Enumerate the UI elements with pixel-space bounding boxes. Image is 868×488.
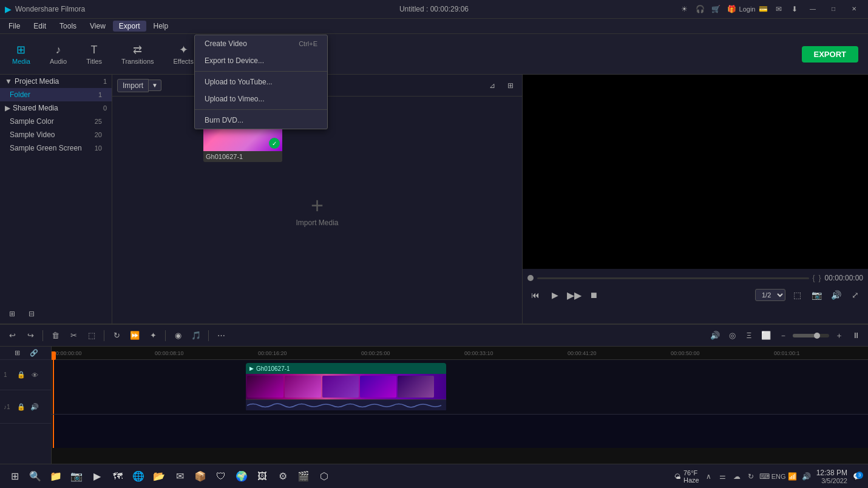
color-icon[interactable]: ◉ — [171, 328, 185, 343]
expand-icon[interactable]: ⤢ — [847, 287, 863, 303]
toolbar-transitions[interactable]: ⇄ Transitions — [114, 41, 161, 67]
rotate-icon[interactable]: ↻ — [109, 328, 124, 343]
audio-track-icon[interactable]: 🔊 — [708, 328, 722, 343]
remove-media-icon[interactable]: ⊟ — [24, 307, 39, 321]
pause-break-icon[interactable]: ⏸ — [849, 328, 863, 343]
mail-icon[interactable]: ✉ — [772, 2, 785, 16]
chrome-icon[interactable]: 🌍 — [232, 467, 251, 486]
play-button[interactable]: ▶ — [547, 287, 563, 303]
filter-icon[interactable]: ⊿ — [486, 79, 499, 92]
grid-view-icon[interactable]: ⊞ — [504, 79, 517, 92]
delete-icon[interactable]: 🗑 — [48, 328, 63, 343]
keyboard-icon[interactable]: ⌨ — [759, 470, 771, 483]
expand-tray-icon[interactable]: ∧ — [703, 470, 715, 483]
zoom-in-icon[interactable]: ＋ — [832, 328, 846, 343]
export-button[interactable]: EXPORT — [802, 46, 858, 63]
project-media-header[interactable]: ▼ Project Media 1 — [0, 75, 112, 88]
maximize-button[interactable]: □ — [824, 2, 843, 16]
cut-icon[interactable]: ✂ — [66, 328, 81, 343]
zoom-slider[interactable] — [793, 334, 829, 337]
motion-track-icon[interactable]: ◎ — [725, 328, 739, 343]
import-media-area[interactable]: + Import Media — [296, 193, 338, 227]
redo-icon[interactable]: ↪ — [23, 328, 38, 343]
menu-export[interactable]: Export — [113, 21, 146, 32]
import-button[interactable]: Import — [117, 79, 149, 92]
download-icon[interactable]: ⬇ — [788, 2, 801, 16]
volume-taskbar-icon[interactable]: 🔊 — [801, 470, 813, 483]
menu-tools[interactable]: Tools — [53, 21, 83, 32]
settings-icon[interactable]: ⚙ — [273, 467, 293, 486]
sample-color-item[interactable]: Sample Color 25 — [0, 115, 112, 128]
gift-icon[interactable]: 🎁 — [725, 2, 738, 16]
app-icon[interactable]: ⬡ — [314, 467, 334, 486]
taskbar-clock[interactable]: 12:38 PM 3/5/2022 — [816, 469, 847, 484]
close-button[interactable]: ✕ — [845, 2, 863, 16]
lang-label[interactable]: ENG — [773, 470, 785, 483]
sample-green-item[interactable]: Sample Green Screen 10 — [0, 141, 112, 155]
step-back-button[interactable]: ⏮ — [527, 287, 543, 303]
zoom-out-icon[interactable]: － — [776, 328, 790, 343]
menu-view[interactable]: View — [84, 21, 112, 32]
magic-icon[interactable]: ✦ — [146, 328, 160, 343]
toolbar-audio[interactable]: ♪ Audio — [42, 41, 74, 67]
cart-icon[interactable]: 🛒 — [709, 2, 722, 16]
weather-widget[interactable]: 🌤 76°F Haze — [674, 469, 699, 484]
add-track-icon[interactable]: ⊞ — [10, 347, 24, 361]
upload-vimeo-item[interactable]: Upload to Vimeo... — [195, 90, 327, 107]
antivirus-icon[interactable]: 🛡 — [211, 467, 231, 486]
start-icon[interactable]: ⊞ — [5, 467, 24, 486]
sample-video-item[interactable]: Sample Video 20 — [0, 128, 112, 141]
toolbar-media[interactable]: ⊞ Media — [5, 41, 38, 67]
mail-taskbar-icon[interactable]: ✉ — [170, 467, 189, 486]
notification-icon[interactable]: 💬 3 — [851, 470, 863, 483]
export-to-device-item[interactable]: Export to Device... — [195, 52, 327, 69]
progress-dot[interactable] — [527, 275, 534, 281]
menu-edit[interactable]: Edit — [27, 21, 52, 32]
folder-taskbar-icon[interactable]: 📂 — [149, 467, 169, 486]
filmora-taskbar-icon[interactable]: ▶ — [87, 467, 107, 486]
card-icon[interactable]: 💳 — [756, 2, 770, 16]
login-button[interactable]: Login — [741, 2, 754, 16]
captions-icon[interactable]: ⬜ — [759, 328, 773, 343]
menu-help[interactable]: Help — [147, 21, 175, 32]
minimize-button[interactable]: — — [804, 2, 822, 16]
play-forward-button[interactable]: ▶▶ — [566, 287, 582, 303]
burn-dvd-item[interactable]: Burn DVD... — [195, 112, 327, 129]
upload-youtube-item[interactable]: Upload to YouTube... — [195, 73, 327, 90]
menu-file[interactable]: File — [2, 21, 26, 32]
video-clip[interactable]: ▶ Gh010627-1 — [246, 363, 446, 412]
track2-lock-icon[interactable]: 🔒 — [16, 401, 27, 412]
more-icon[interactable]: ⋯ — [214, 328, 228, 343]
speed-icon[interactable]: ⏩ — [127, 328, 142, 343]
sun-icon[interactable]: ☀ — [677, 2, 691, 16]
track1-lock-icon[interactable]: 🔒 — [16, 370, 27, 381]
ratio-select[interactable]: 1/2 1/1 1/4 — [755, 289, 785, 301]
progress-bar[interactable] — [537, 277, 809, 279]
track1-eye-icon[interactable]: 👁 — [29, 370, 40, 381]
volume-icon[interactable]: 🔊 — [828, 287, 844, 303]
crop-timeline-icon[interactable]: ⬚ — [84, 328, 99, 343]
subtitle-icon[interactable]: Ξ — [742, 328, 756, 343]
stop-button[interactable]: ⏹ — [586, 287, 602, 303]
headphone-icon[interactable]: 🎧 — [693, 2, 707, 16]
crop-icon[interactable]: ⬚ — [789, 287, 805, 303]
search-taskbar-icon[interactable]: 🔍 — [25, 467, 45, 486]
vlc-icon[interactable]: 🎬 — [294, 467, 313, 486]
wifi-icon[interactable]: 📶 — [787, 470, 799, 483]
update-icon[interactable]: ↻ — [745, 470, 757, 483]
shared-media-header[interactable]: ▶ Shared Media 0 — [0, 101, 112, 115]
track2-volume-icon[interactable]: 🔊 — [29, 401, 40, 412]
create-video-item[interactable]: Create Video Ctrl+E — [195, 35, 327, 52]
snapshot-icon[interactable]: 📷 — [809, 287, 824, 303]
toolbar-titles[interactable]: T Titles — [79, 41, 109, 67]
photos-icon[interactable]: 🖼 — [253, 467, 272, 486]
link-icon[interactable]: 🔗 — [27, 347, 41, 361]
playhead[interactable] — [53, 360, 54, 414]
undo-icon[interactable]: ↩ — [5, 328, 19, 343]
files-icon[interactable]: 📁 — [46, 467, 66, 486]
add-media-icon[interactable]: ⊞ — [5, 307, 19, 321]
camera-icon[interactable]: 📷 — [67, 467, 86, 486]
import-dropdown-arrow[interactable]: ▼ — [149, 80, 161, 91]
dropbox-icon[interactable]: 📦 — [191, 467, 210, 486]
edge-icon[interactable]: 🌐 — [129, 467, 148, 486]
